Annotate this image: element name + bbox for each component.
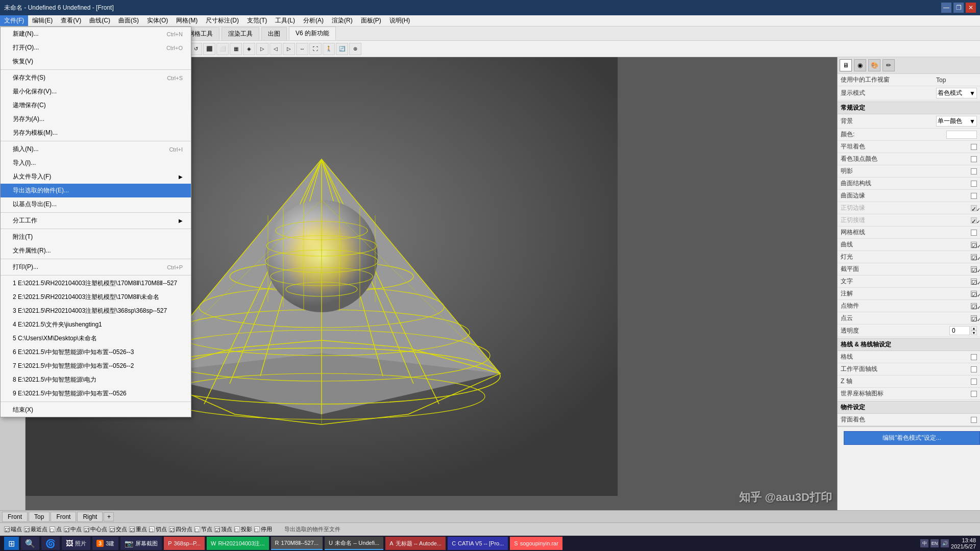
menu-dim[interactable]: 尺寸标注(D)	[202, 15, 243, 26]
menu-analysis[interactable]: 分析(A)	[299, 15, 328, 26]
task-sogou[interactable]: Ssogoupinyin.rar	[510, 537, 562, 550]
dm-recent3[interactable]: 3 E:\2021.5\RH202104003注塑机模型\368sp\368sp…	[1, 304, 191, 318]
menu-surface[interactable]: 曲面(S)	[114, 15, 143, 26]
rp-transparency-spinner[interactable]: 0 ▲ ▼	[949, 326, 977, 335]
btab-front1[interactable]: Front	[2, 512, 28, 522]
dm-recent1[interactable]: 1 E:\2021.5\RH202104003注塑机模型\170M8Ⅱ\170M…	[1, 277, 191, 290]
dm-recent4[interactable]: 4 E:\2021.5\文件夹\jiushengting1	[1, 318, 191, 332]
rp-curve-edge-check[interactable]	[971, 181, 977, 187]
status-snap-knot[interactable]: □ 节点	[194, 525, 212, 533]
dm-workgroup[interactable]: 分工工作 ▶	[1, 214, 191, 228]
dm-importfromfile[interactable]: 从文件导入(F) ▶	[1, 170, 191, 184]
btab-right[interactable]: Right	[77, 512, 103, 522]
rp-transparency-up[interactable]: ▲	[971, 326, 977, 331]
rp-text-check[interactable]: ☑	[971, 279, 977, 285]
task-ppt[interactable]: P368sp--P...	[164, 537, 205, 550]
close-button[interactable]: ✕	[966, 3, 976, 13]
btab-add[interactable]: +	[104, 512, 114, 521]
rp-point-cloud-check[interactable]: ☑	[971, 315, 977, 321]
dm-insert[interactable]: 插入(N)... Ctrl+I	[1, 142, 191, 156]
tb-b9[interactable]: ▦	[230, 43, 242, 55]
rp-background-select[interactable]: 单一颜色 ▼	[936, 116, 977, 127]
start-button[interactable]: ⊞	[4, 537, 19, 550]
rp-mesh-wire-check[interactable]	[971, 230, 977, 236]
task-cortana[interactable]: 🌀	[41, 537, 60, 550]
task-screenshot[interactable]: 📷屏幕截图	[120, 537, 162, 550]
task-3d[interactable]: 33建	[92, 537, 118, 550]
menu-curve[interactable]: 曲线(C)	[85, 15, 114, 26]
dm-recent8[interactable]: 8 E:\2021.5\中知智慧能源\电力	[1, 373, 191, 387]
dm-import[interactable]: 导入(I)...	[1, 156, 191, 170]
status-snap-mid[interactable]: ☑ 中点	[64, 525, 82, 533]
menu-mesh[interactable]: 网格(M)	[172, 15, 202, 26]
status-snap-center[interactable]: ☑ 中心点	[84, 525, 107, 533]
dm-incsave[interactable]: 递增保存(C)	[1, 98, 191, 112]
tab-drawing[interactable]: 出图	[261, 27, 287, 40]
rp-flat-shading-check[interactable]	[971, 144, 977, 150]
rp-edit-shading-button[interactable]: 编辑"着色模式"设定...	[844, 431, 980, 445]
rp-tangent-edge-check[interactable]: ✓	[971, 205, 977, 211]
tb-b14[interactable]: ↔	[296, 43, 308, 55]
btab-top[interactable]: Top	[29, 512, 50, 522]
menu-solid[interactable]: 实体(O)	[143, 15, 172, 26]
status-snap-vertex[interactable]: ☑ 顶点	[214, 525, 232, 533]
restore-button[interactable]: ❐	[953, 3, 964, 13]
task-rhino2[interactable]: U未命名 -- Undefi...	[325, 537, 383, 550]
rp-zaxis-check[interactable]	[971, 379, 977, 385]
rp-backface-check[interactable]	[971, 417, 977, 423]
rp-display-mode-select[interactable]: 着色模式 ▼	[936, 88, 977, 98]
task-autocad[interactable]: A无标题 -- Autode...	[385, 537, 446, 550]
status-snap-nearest[interactable]: ☑ 最近点	[24, 525, 47, 533]
menu-tools[interactable]: 工具(L)	[271, 15, 299, 26]
menu-help[interactable]: 说明(H)	[385, 15, 414, 26]
rp-point-obj-check[interactable]: ☑	[971, 303, 977, 309]
tb-b17[interactable]: 🔄	[336, 43, 348, 55]
dm-recent7[interactable]: 7 E:\2021.5\中知智慧能源\中知布置--0526--2	[1, 359, 191, 373]
rp-tab-sphere[interactable]: ◉	[854, 59, 866, 71]
dm-new[interactable]: 新建(N)... Ctrl+N	[1, 27, 191, 41]
menu-file[interactable]: 文件(F)	[0, 15, 28, 26]
dm-exportselected[interactable]: 导出选取的物件(E)...	[1, 184, 191, 197]
dm-minsave[interactable]: 最小化保存(V)...	[1, 85, 191, 98]
tb-b8[interactable]: ⬜	[216, 43, 229, 55]
rp-color-box[interactable]	[946, 131, 977, 139]
task-word[interactable]: WRH202104003注...	[207, 537, 269, 550]
tb-b11[interactable]: ▷	[256, 43, 268, 55]
dm-recent2[interactable]: 2 E:\2021.5\RH202104003注塑机模型\170M8Ⅱ\未命名	[1, 290, 191, 304]
task-explorer[interactable]: 🔍	[21, 537, 39, 550]
dm-recent6[interactable]: 6 E:\2021.5\中知智慧能源\中知布置--0526--3	[1, 345, 191, 359]
tray-en[interactable]: EN	[930, 539, 939, 547]
dm-exportbase[interactable]: 以基点导出(E)...	[1, 197, 191, 211]
tb-b10[interactable]: ◈	[243, 43, 255, 55]
rp-world-icon-check[interactable]	[971, 391, 977, 397]
tb-b18[interactable]: ⊛	[349, 43, 361, 55]
dm-save[interactable]: 保存文件(S) Ctrl+S	[1, 71, 191, 85]
tb-b7[interactable]: ⬛	[203, 43, 215, 55]
dm-print[interactable]: 打印(P)... Ctrl+P	[1, 260, 191, 274]
menu-panel[interactable]: 面板(P)	[357, 15, 385, 26]
task-photos[interactable]: 🖼照片	[62, 537, 90, 550]
status-snap-intersect[interactable]: ☑ 交点	[109, 525, 127, 533]
rp-shadow-check[interactable]	[971, 168, 977, 174]
rp-curves-check[interactable]: ☑	[971, 242, 977, 248]
minimize-button[interactable]: —	[941, 3, 951, 13]
menu-transform[interactable]: 支范(T)	[243, 15, 271, 26]
dm-open[interactable]: 打开(O)... Ctrl+O	[1, 41, 191, 55]
menu-view[interactable]: 查看(V)	[57, 15, 85, 26]
dm-savetemplate[interactable]: 另存为模板(M)...	[1, 126, 191, 140]
tray-zh[interactable]: 中	[920, 539, 928, 547]
status-snap-disable[interactable]: □ 停用	[254, 525, 272, 533]
btab-front2[interactable]: Front	[51, 512, 76, 522]
menu-edit[interactable]: 编辑(E)	[28, 15, 57, 26]
rp-transparency-down[interactable]: ▼	[971, 331, 977, 335]
status-snap-endpoint[interactable]: ☑ 端点	[4, 525, 22, 533]
rp-lights-check[interactable]: ☑	[971, 254, 977, 260]
tb-b12[interactable]: ◁	[270, 43, 282, 55]
menu-render[interactable]: 渲染(R)	[328, 15, 357, 26]
status-snap-point[interactable]: □ 点	[50, 525, 62, 533]
tray-sound[interactable]: 🔊	[941, 539, 949, 547]
tb-b13[interactable]: ▷	[283, 43, 295, 55]
rp-tangent-seam-check[interactable]: ✓	[971, 217, 977, 223]
dm-notes[interactable]: 附注(T)	[1, 230, 191, 244]
rp-surface-edge-check[interactable]	[971, 193, 977, 199]
